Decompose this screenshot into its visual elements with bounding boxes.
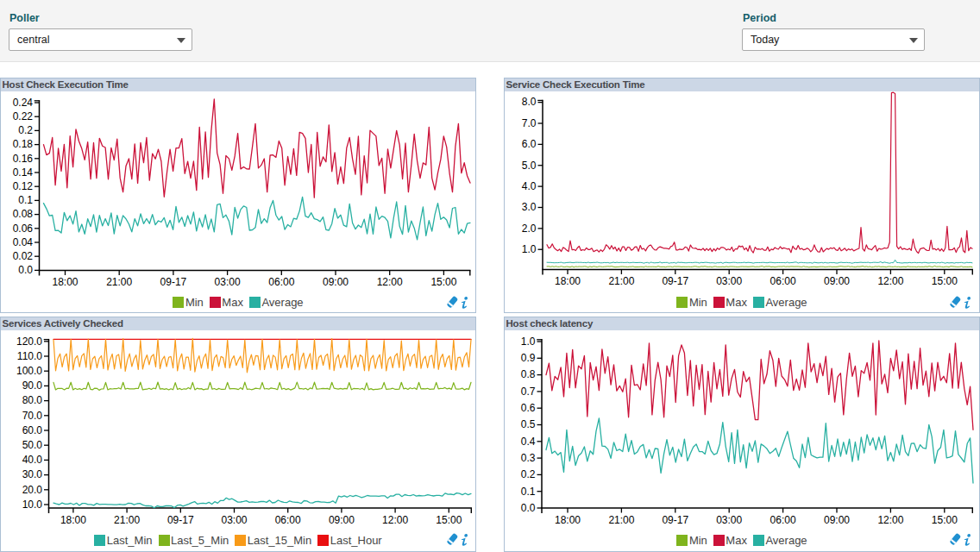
svg-text:21:00: 21:00 (608, 514, 634, 526)
svg-text:90.0: 90.0 (22, 380, 43, 392)
svg-text:20.0: 20.0 (22, 484, 43, 496)
svg-text:0.1: 0.1 (18, 194, 33, 206)
svg-text:0.6: 0.6 (521, 402, 536, 414)
svg-text:0.02: 0.02 (13, 250, 34, 262)
svg-text:80.0: 80.0 (22, 394, 43, 406)
svg-text:110.0: 110.0 (17, 350, 42, 362)
svg-text:50.0: 50.0 (22, 439, 43, 451)
svg-text:18:00: 18:00 (52, 276, 78, 288)
svg-text:0.9: 0.9 (521, 352, 536, 364)
svg-text:21:00: 21:00 (106, 276, 132, 288)
svg-text:15:00: 15:00 (430, 276, 456, 288)
svg-text:0.04: 0.04 (13, 236, 34, 248)
svg-text:0.2: 0.2 (521, 468, 536, 480)
svg-text:2.0: 2.0 (522, 223, 537, 235)
svg-text:0.8: 0.8 (521, 368, 536, 380)
svg-text:7.0: 7.0 (522, 117, 537, 129)
svg-text:10.0: 10.0 (22, 499, 43, 511)
svg-text:18:00: 18:00 (555, 275, 581, 287)
svg-text:12:00: 12:00 (382, 514, 408, 526)
svg-text:4.0: 4.0 (522, 180, 537, 192)
svg-text:120.0: 120.0 (16, 336, 42, 348)
svg-text:15:00: 15:00 (932, 275, 958, 287)
svg-text:0.0: 0.0 (521, 502, 536, 514)
svg-text:0.06: 0.06 (13, 223, 34, 235)
svg-text:09:00: 09:00 (824, 275, 850, 287)
svg-text:21:00: 21:00 (114, 514, 140, 526)
svg-text:100.0: 100.0 (16, 365, 42, 377)
svg-text:06:00: 06:00 (268, 276, 294, 288)
svg-text:09-17: 09-17 (160, 276, 187, 288)
svg-text:09:00: 09:00 (824, 514, 850, 526)
svg-text:0.1: 0.1 (521, 486, 536, 498)
svg-text:0.3: 0.3 (521, 452, 536, 464)
svg-text:1.0: 1.0 (521, 336, 536, 348)
svg-text:12:00: 12:00 (377, 276, 403, 288)
svg-text:0.12: 0.12 (13, 180, 34, 192)
svg-text:03:00: 03:00 (221, 514, 247, 526)
svg-text:03:00: 03:00 (716, 514, 742, 526)
svg-text:0.22: 0.22 (13, 110, 34, 122)
svg-text:0.4: 0.4 (521, 436, 536, 448)
svg-text:0.24: 0.24 (13, 97, 34, 109)
svg-text:1.0: 1.0 (522, 243, 537, 255)
svg-text:18:00: 18:00 (555, 514, 581, 526)
svg-text:03:00: 03:00 (716, 275, 742, 287)
svg-text:18:00: 18:00 (60, 514, 86, 526)
svg-text:0.5: 0.5 (521, 418, 536, 430)
svg-text:0.14: 0.14 (13, 166, 34, 179)
svg-text:09-17: 09-17 (662, 275, 688, 287)
svg-text:09:00: 09:00 (329, 514, 355, 526)
svg-text:15:00: 15:00 (436, 514, 462, 526)
svg-text:70.0: 70.0 (22, 410, 43, 422)
svg-text:3.0: 3.0 (522, 201, 537, 213)
svg-text:06:00: 06:00 (770, 514, 796, 526)
svg-text:0.0: 0.0 (18, 264, 33, 276)
svg-text:09-17: 09-17 (167, 514, 194, 526)
svg-text:06:00: 06:00 (770, 275, 796, 287)
svg-text:6.0: 6.0 (522, 138, 537, 150)
svg-text:0.08: 0.08 (13, 208, 34, 220)
svg-text:09:00: 09:00 (323, 276, 349, 288)
svg-text:0.16: 0.16 (13, 153, 34, 165)
svg-text:15:00: 15:00 (932, 514, 958, 526)
svg-text:12:00: 12:00 (877, 514, 903, 526)
svg-text:12:00: 12:00 (877, 275, 903, 287)
svg-text:0.2: 0.2 (18, 124, 33, 136)
svg-text:03:00: 03:00 (215, 276, 241, 288)
svg-text:5.0: 5.0 (522, 160, 537, 172)
svg-text:0.18: 0.18 (13, 138, 34, 150)
svg-text:21:00: 21:00 (608, 275, 634, 287)
svg-text:30.0: 30.0 (22, 468, 43, 480)
svg-text:06:00: 06:00 (275, 514, 301, 526)
svg-text:8.0: 8.0 (522, 96, 537, 108)
svg-text:60.0: 60.0 (22, 424, 43, 436)
svg-text:09-17: 09-17 (662, 514, 688, 526)
svg-text:0.7: 0.7 (521, 386, 536, 398)
svg-text:40.0: 40.0 (22, 454, 43, 466)
